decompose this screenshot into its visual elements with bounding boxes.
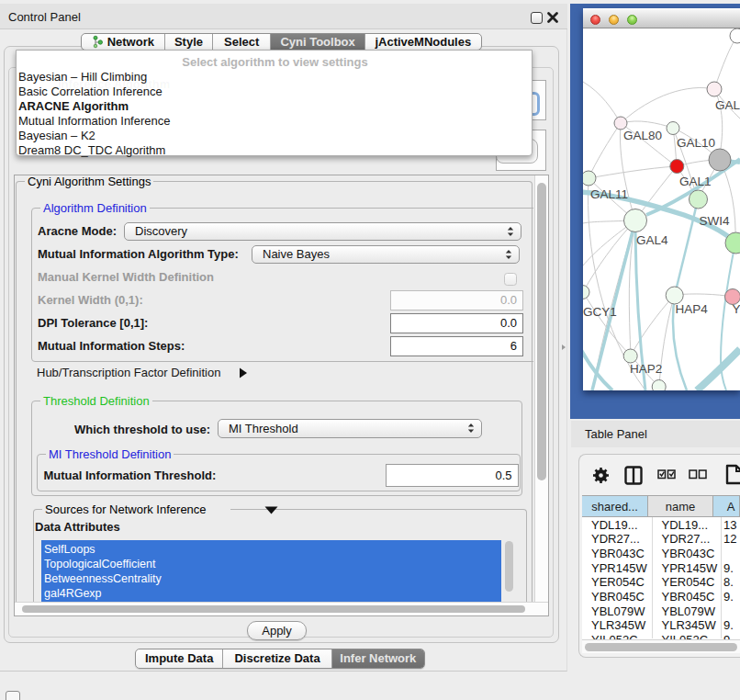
zoom-window-icon[interactable]	[627, 15, 637, 25]
apply-button[interactable]: Apply	[247, 621, 307, 640]
control-panel-title: Control Panel	[8, 11, 81, 23]
network-node[interactable]	[709, 149, 731, 171]
node-label-GAL1: GAL1	[679, 175, 712, 188]
network-window-titlebar[interactable]	[583, 8, 740, 28]
close-panel-button[interactable]	[546, 10, 560, 25]
cyni-bottom-tabstrip: Impute DataDiscretize DataInfer Network	[135, 649, 425, 669]
network-node-GAL[interactable]	[707, 82, 722, 96]
network-node-GAL1[interactable]	[670, 160, 684, 174]
table-cell: YBR043C	[662, 547, 715, 561]
network-edge[interactable]	[589, 166, 677, 178]
algorithm-option-6[interactable]: Dream8 DC_TDC Algorithm	[18, 144, 514, 156]
network-edge[interactable]	[589, 123, 621, 178]
checked-columns-icon[interactable]	[657, 469, 676, 480]
table-row[interactable]: YBR043CYBR043C	[582, 547, 740, 561]
table-cell: YLR345W	[662, 618, 716, 633]
mi-algorithm-type-label: Mutual Information Algorithm Type:	[38, 248, 239, 260]
network-node-GAL10[interactable]	[667, 122, 679, 135]
network-edge[interactable]	[714, 36, 737, 89]
tab-cyni-toolbox[interactable]: Cyni Toolbox	[271, 34, 365, 50]
network-node[interactable]	[652, 380, 666, 391]
file-icon[interactable]	[725, 464, 740, 485]
algorithm-option-5[interactable]: Bayesian – K2	[18, 130, 514, 141]
minimized-panel-icon[interactable]	[6, 691, 20, 700]
algorithm-definition-title: Algorithm Definition	[40, 202, 150, 214]
column-header-name[interactable]: name	[648, 496, 712, 516]
mi-steps-field[interactable]: 6	[390, 336, 523, 356]
data-attributes-label: Data Attributes	[35, 521, 120, 533]
tab-style[interactable]: Style	[165, 34, 214, 50]
attributes-list-scrollbar[interactable]	[505, 541, 513, 592]
aracne-mode-label: Aracne Mode:	[38, 225, 117, 237]
network-node[interactable]	[730, 28, 740, 43]
network-node-GCY1[interactable]	[583, 286, 589, 299]
mi-algorithm-type-select[interactable]: Naive Bayes	[252, 245, 520, 265]
table-cell: YDL19...	[591, 518, 638, 533]
network-edge[interactable]	[621, 88, 714, 123]
network-edge[interactable]	[583, 82, 621, 123]
table-row[interactable]: YBL079WYBL079W	[582, 604, 740, 619]
network-node-SWI4[interactable]	[690, 190, 708, 209]
dpi-tolerance-label: DPI Tolerance [0,1]:	[38, 317, 148, 329]
table-cell: 12	[723, 532, 736, 547]
dpi-tolerance-field[interactable]: 0.0	[390, 313, 523, 333]
network-edge[interactable]	[621, 121, 673, 128]
tab-network[interactable]: Network	[82, 34, 165, 50]
gear-icon[interactable]	[592, 467, 610, 484]
manual-kernel-width-checkbox[interactable]	[504, 273, 517, 286]
table-cell: YER054C	[662, 575, 715, 590]
tab-discretize-data[interactable]: Discretize Data	[223, 649, 331, 668]
minimize-window-icon[interactable]	[609, 15, 619, 25]
close-window-icon[interactable]	[590, 15, 600, 25]
table-cell: YIL052C	[662, 633, 709, 639]
updown-arrows-icon	[505, 249, 512, 259]
table-row[interactable]: YLR345WYLR345W9.	[582, 618, 740, 633]
algorithm-option-4[interactable]: Mutual Information Inference	[18, 115, 514, 127]
algorithm-option-3[interactable]: ARACNE Algorithm	[18, 100, 514, 112]
algorithm-option-1[interactable]: Bayesian – Hill Climbing	[18, 71, 514, 83]
tab-jactivemnodules[interactable]: jActiveMNodules	[365, 34, 480, 50]
network-canvas[interactable]: GALGAL80GAL10GAL1GAL11SWI4GAL4HAP4YGCY1H…	[583, 28, 740, 390]
network-node-GAL4[interactable]	[624, 209, 647, 232]
table-panel-titlebar[interactable]: Table Panel	[571, 421, 740, 447]
unchecked-columns-icon[interactable]	[689, 469, 707, 480]
settings-vertical-scrollbar-thumb[interactable]	[537, 183, 546, 480]
table-row[interactable]: YDR27...YDR27...12	[582, 532, 740, 547]
table-row[interactable]: YBR045CYBR045C9.	[582, 590, 740, 604]
table-panel-title: Table Panel	[585, 428, 647, 440]
split-panel-icon[interactable]	[624, 466, 643, 485]
attribute-item-gal4RGexp[interactable]: gal4RGexp	[44, 588, 499, 600]
attribute-item-TopologicalCoefficient[interactable]: TopologicalCoefficient	[44, 559, 499, 570]
aracne-mode-select[interactable]: Discovery	[124, 222, 521, 241]
which-threshold-select[interactable]: MI Threshold	[218, 419, 482, 438]
table-cell: YBL079W	[662, 604, 716, 619]
algorithm-option-2[interactable]: Basic Correlation Inference	[18, 85, 514, 97]
table-cell: YDR27...	[662, 532, 711, 547]
table-row[interactable]: YPR145WYPR145W9.	[582, 561, 740, 576]
table-horizontal-scrollbar-thumb[interactable]	[585, 643, 737, 652]
table-row[interactable]: YIL052CYIL052C9	[582, 633, 740, 639]
tab-infer-network[interactable]: Infer Network	[332, 649, 424, 668]
settings-horizontal-scrollbar-thumb[interactable]	[22, 605, 525, 613]
tab-impute-data[interactable]: Impute Data	[136, 649, 223, 668]
expand-right-icon[interactable]	[239, 367, 248, 378]
column-header-shared[interactable]: shared...	[582, 496, 648, 516]
mi-steps-label: Mutual Information Steps:	[38, 340, 185, 352]
control-panel-titlebar[interactable]: Control Panel	[0, 4, 567, 29]
network-node-GAL11[interactable]	[583, 171, 596, 186]
network-node-GAL80[interactable]	[614, 117, 627, 130]
tab-select[interactable]: Select	[213, 34, 271, 50]
node-label-GAL11: GAL11	[590, 187, 628, 201]
attribute-item-SelfLoops[interactable]: SelfLoops	[44, 544, 499, 556]
network-edge[interactable]	[697, 349, 740, 390]
float-window-button[interactable]	[531, 12, 543, 24]
attribute-item-BetweennessCentrality[interactable]: BetweennessCentrality	[44, 573, 499, 585]
table-row[interactable]: YDL19...YDL19...13	[582, 518, 740, 533]
data-attributes-list[interactable]: SelfLoopsTopologicalCoefficientBetweenne…	[41, 540, 501, 602]
column-header-A[interactable]: A	[713, 496, 740, 516]
collapse-down-icon[interactable]	[264, 506, 278, 514]
splitter-toggle-icon[interactable]	[561, 344, 566, 351]
table-row[interactable]: YER054CYER054C8.	[582, 575, 740, 590]
mi-threshold-field[interactable]: 0.5	[386, 464, 519, 487]
kernel-width-field[interactable]: 0.0	[390, 290, 523, 310]
